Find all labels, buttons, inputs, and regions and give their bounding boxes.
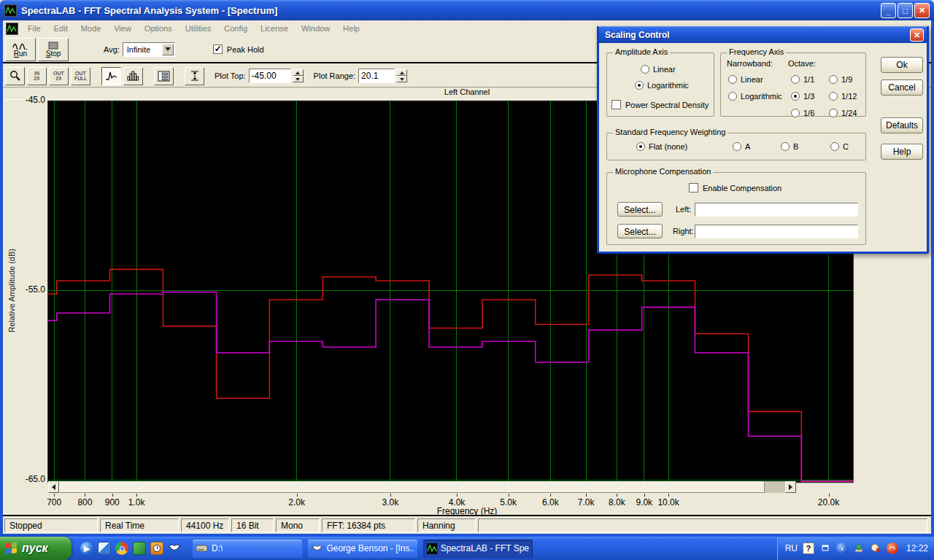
document-icon[interactable] [6, 23, 18, 35]
display-options-button[interactable] [154, 67, 174, 85]
status-mode: Real Time [100, 518, 179, 532]
chrome-icon[interactable] [115, 542, 128, 555]
scroll-right-arrow-icon[interactable] [785, 481, 796, 493]
stop-square-icon [48, 42, 58, 50]
weighting-flat-radio[interactable] [636, 142, 645, 151]
vertical-scale-button[interactable] [185, 67, 204, 85]
octave-1-24-radio[interactable] [829, 109, 838, 117]
keyboard-help-icon[interactable]: ? [803, 542, 814, 554]
windows-flag-icon [6, 542, 18, 555]
dialog-close-icon[interactable]: ✕ [910, 28, 924, 42]
plot-range-spinner[interactable] [396, 69, 407, 82]
menu-view[interactable]: View [107, 22, 138, 35]
power-spectral-density-checkbox[interactable] [611, 100, 621, 109]
window-title: SpectraLAB - FFT Spectral Analysis Syste… [21, 5, 277, 16]
menu-mode[interactable]: Mode [74, 22, 108, 35]
system-tray: RU ? ‹ ◠ 12:22 [777, 537, 934, 560]
defaults-button[interactable]: Defaults [881, 117, 923, 133]
bar-display-button[interactable] [123, 67, 143, 85]
amplitude-linear-radio[interactable] [641, 65, 649, 74]
plot-top-spinner[interactable] [293, 69, 304, 82]
enable-compensation-checkbox[interactable] [689, 183, 698, 192]
x-tick-mark [829, 494, 830, 497]
narrowband-logarithmic-radio[interactable] [728, 92, 737, 101]
clock-app-icon[interactable] [150, 542, 163, 555]
peak-hold-checkbox[interactable] [213, 44, 223, 54]
peak-curve-icon [105, 71, 117, 81]
octave-1-9-radio[interactable] [829, 75, 838, 84]
octave-1-6-radio[interactable] [791, 109, 800, 117]
restore-window-icon[interactable] [819, 542, 831, 554]
ok-button[interactable]: Ok [881, 57, 923, 73]
window-titlebar[interactable]: SpectraLAB - FFT Spectral Analysis Syste… [0, 0, 934, 20]
zoom-tool-button[interactable] [5, 67, 25, 85]
zoom-out-full-button[interactable]: OUT FULL [71, 67, 90, 85]
minimize-button[interactable]: _ [881, 3, 896, 18]
amplitude-logarithmic-radio[interactable] [635, 81, 644, 90]
plot-range-input[interactable] [358, 69, 395, 83]
mic-left-input[interactable] [695, 203, 858, 217]
app-icon [4, 4, 17, 17]
bat-app-icon[interactable] [168, 542, 181, 555]
octave-1-12-radio[interactable] [829, 92, 838, 101]
x-tick-label: 2.0k [288, 497, 305, 508]
taskbar-clock: 12:22 [906, 543, 928, 553]
task-button-player[interactable]: George Benson - [Ins... [308, 540, 417, 558]
menu-window[interactable]: Window [295, 22, 336, 35]
menu-help[interactable]: Help [336, 22, 366, 35]
mic-right-input[interactable] [695, 225, 858, 238]
octave-1-1-radio[interactable] [791, 75, 800, 84]
menu-edit[interactable]: Edit [47, 22, 74, 35]
horizontal-scrollbar[interactable] [48, 481, 796, 493]
scaling-control-dialog: Scaling Control ✕ Amplitude Axis Linear … [597, 26, 929, 254]
quick-launch: ▶ [80, 542, 181, 555]
map-app-icon[interactable] [133, 542, 146, 555]
start-button[interactable]: пуск [0, 537, 72, 560]
weighting-a-radio[interactable] [733, 142, 741, 151]
weighting-c-radio[interactable] [830, 142, 839, 151]
task-button-drive[interactable]: D:\ [193, 540, 302, 558]
x-tick-mark [617, 494, 617, 497]
menu-config[interactable]: Config [217, 22, 254, 35]
scrollbar-thumb[interactable] [59, 481, 765, 493]
edit-app-icon[interactable] [98, 542, 111, 555]
menu-file[interactable]: File [21, 22, 47, 35]
weighting-b-radio[interactable] [781, 142, 790, 151]
zoom-full-bottom: FULL [74, 76, 87, 81]
firewall-icon[interactable]: ◠ [887, 542, 898, 554]
run-button[interactable]: Run [5, 38, 36, 61]
task-button-spectralab[interactable]: SpectraLAB - FFT Spe... [423, 540, 533, 558]
avg-select[interactable]: Infinite [123, 42, 175, 57]
close-button[interactable]: ✕ [914, 3, 930, 18]
octave-1-3-radio[interactable] [791, 92, 800, 101]
scrollbar-track[interactable] [765, 481, 785, 493]
line-display-button[interactable] [101, 67, 121, 85]
language-indicator[interactable]: RU [785, 543, 798, 553]
menu-options[interactable]: Options [138, 22, 179, 35]
stop-button[interactable]: Stop [38, 38, 69, 61]
narrowband-linear-radio[interactable] [728, 75, 737, 84]
plot-top-input[interactable] [249, 69, 291, 83]
messenger-offline-icon[interactable] [870, 542, 881, 554]
cancel-button[interactable]: Cancel [881, 79, 923, 96]
safely-remove-icon[interactable] [853, 542, 865, 554]
select-right-button[interactable]: Select... [617, 224, 663, 238]
select-left-button[interactable]: Select... [617, 202, 663, 217]
help-button[interactable]: Help [881, 144, 923, 160]
chevron-down-icon[interactable] [162, 44, 174, 55]
collapse-tray-chevron-icon[interactable]: ‹ [836, 542, 848, 554]
bar-chart-icon [127, 71, 139, 81]
zoom-in-2x-button[interactable]: IN 2X [27, 67, 47, 85]
zoom-out-2x-button[interactable]: OUT 2X [49, 67, 69, 85]
dialog-titlebar[interactable]: Scaling Control [599, 26, 927, 43]
scroll-left-arrow-icon[interactable] [48, 481, 59, 493]
zoom-full-top: OUT [75, 71, 86, 76]
menu-utilities[interactable]: Utilities [179, 22, 217, 35]
x-tick-mark [586, 494, 587, 497]
x-tick-label: 10.0k [657, 497, 679, 508]
menu-license[interactable]: License [254, 22, 295, 35]
waveform-icon [12, 41, 28, 50]
x-tick-label: 6.0k [542, 497, 559, 508]
media-player-icon[interactable]: ▶ [80, 542, 93, 555]
maximize-button[interactable]: □ [898, 3, 913, 18]
